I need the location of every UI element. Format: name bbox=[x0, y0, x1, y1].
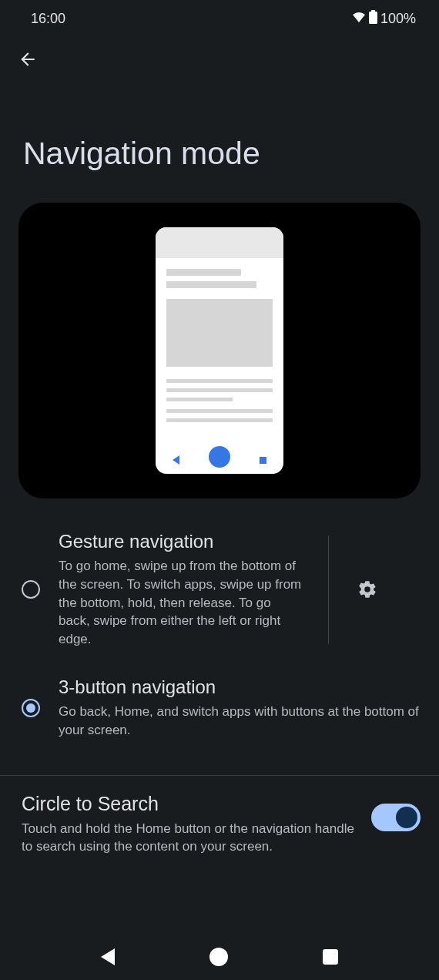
option-title: Gesture navigation bbox=[59, 531, 305, 552]
nav-home-button[interactable] bbox=[209, 948, 228, 966]
radio-gesture[interactable] bbox=[22, 580, 40, 599]
preview-recent-icon bbox=[260, 457, 266, 464]
back-button[interactable] bbox=[17, 49, 39, 70]
preview-card bbox=[18, 203, 421, 498]
status-time: 16:00 bbox=[31, 11, 65, 27]
gesture-settings-button[interactable] bbox=[352, 574, 383, 605]
status-bar: 16:00 100% bbox=[0, 0, 439, 37]
option-desc: Go back, Home, and switch apps with butt… bbox=[59, 703, 421, 740]
preview-back-icon bbox=[173, 455, 179, 465]
option-divider bbox=[328, 535, 329, 644]
preview-phone-mock bbox=[156, 227, 283, 474]
arrow-left-icon bbox=[18, 49, 38, 69]
option-desc: To go home, swipe up from the bottom of … bbox=[59, 557, 305, 649]
nav-recent-button[interactable] bbox=[323, 949, 338, 965]
options-list: Gesture navigation To go home, swipe up … bbox=[0, 517, 439, 770]
system-nav-bar bbox=[0, 934, 439, 980]
gear-icon bbox=[357, 579, 377, 599]
cts-title: Circle to Search bbox=[22, 793, 356, 815]
preview-home-icon bbox=[209, 446, 230, 468]
nav-back-button[interactable] bbox=[101, 948, 115, 965]
radio-3button[interactable] bbox=[22, 699, 40, 717]
svg-rect-1 bbox=[371, 10, 375, 12]
battery-icon bbox=[369, 10, 377, 28]
option-title: 3-button navigation bbox=[59, 676, 421, 698]
wifi-icon bbox=[352, 11, 366, 27]
preview-3button-navbar bbox=[156, 446, 283, 474]
option-gesture-navigation[interactable]: Gesture navigation To go home, swipe up … bbox=[0, 517, 439, 663]
page-title: Navigation mode bbox=[0, 82, 439, 195]
svg-rect-0 bbox=[369, 12, 377, 24]
circle-to-search-row[interactable]: Circle to Search Touch and hold the Home… bbox=[0, 776, 439, 874]
option-text: Gesture navigation To go home, swipe up … bbox=[59, 531, 305, 649]
option-3-button-navigation[interactable]: 3-button navigation Go back, Home, and s… bbox=[0, 663, 439, 753]
toggle-thumb bbox=[396, 807, 417, 828]
app-bar bbox=[0, 37, 439, 82]
cts-desc: Touch and hold the Home button or the na… bbox=[22, 820, 356, 857]
status-right: 100% bbox=[352, 10, 416, 28]
cts-text: Circle to Search Touch and hold the Home… bbox=[22, 793, 356, 857]
cts-toggle[interactable] bbox=[371, 804, 421, 831]
battery-percent: 100% bbox=[380, 11, 416, 27]
option-text: 3-button navigation Go back, Home, and s… bbox=[59, 676, 421, 740]
